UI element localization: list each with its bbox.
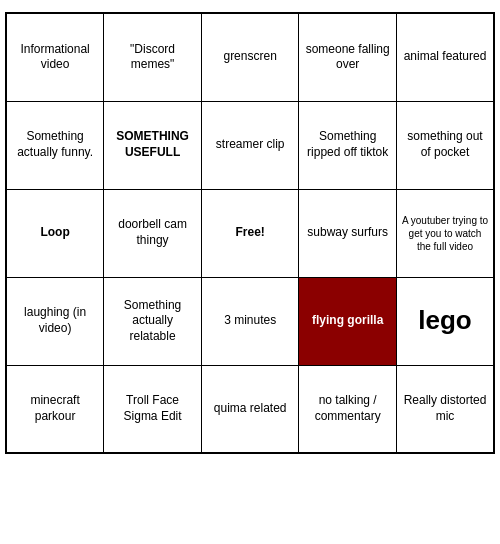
cell-4-2: quima related <box>201 365 298 453</box>
cell-4-1: Troll Face Sigma Edit <box>104 365 202 453</box>
cell-4-0: minecraft parkour <box>6 365 104 453</box>
cell-0-1: "Discord memes" <box>104 13 202 101</box>
cell-2-2: Free! <box>201 189 298 277</box>
cell-2-3: subway surfurs <box>299 189 397 277</box>
bingo-grid: Informational video"Discord memes"grensc… <box>5 12 495 454</box>
cell-3-3: flying gorilla <box>299 277 397 365</box>
cell-2-1: doorbell cam thingy <box>104 189 202 277</box>
cell-4-3: no talking / commentary <box>299 365 397 453</box>
cell-2-4: A youtuber trying to get you to watch th… <box>396 189 494 277</box>
cell-1-3: Something ripped off tiktok <box>299 101 397 189</box>
cell-2-0: Loop <box>6 189 104 277</box>
cell-3-1: Something actually relatable <box>104 277 202 365</box>
cell-4-4: Really distorted mic <box>396 365 494 453</box>
cell-0-4: animal featured <box>396 13 494 101</box>
bingo-title <box>0 0 500 12</box>
cell-3-4: lego <box>396 277 494 365</box>
cell-1-0: Something actually funny. <box>6 101 104 189</box>
cell-1-1: SOMETHING USEFULL <box>104 101 202 189</box>
cell-3-0: laughing (in video) <box>6 277 104 365</box>
cell-0-3: someone falling over <box>299 13 397 101</box>
cell-1-4: something out of pocket <box>396 101 494 189</box>
cell-3-2: 3 minutes <box>201 277 298 365</box>
cell-0-2: grenscren <box>201 13 298 101</box>
cell-1-2: streamer clip <box>201 101 298 189</box>
cell-0-0: Informational video <box>6 13 104 101</box>
